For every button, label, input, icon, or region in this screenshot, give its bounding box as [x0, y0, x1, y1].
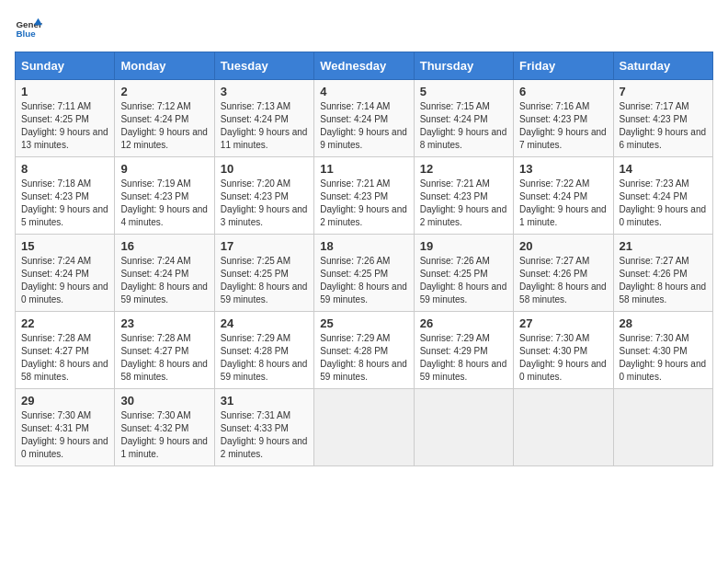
day-info: Sunrise: 7:21 AM Sunset: 4:23 PM Dayligh… — [320, 178, 407, 229]
svg-text:Blue: Blue — [17, 29, 37, 39]
day-number: 22 — [21, 316, 108, 330]
calendar-cell: 19 Sunrise: 7:26 AM Sunset: 4:25 PM Dayl… — [414, 235, 513, 312]
day-info: Sunrise: 7:17 AM Sunset: 4:23 PM Dayligh… — [620, 100, 707, 152]
day-info: Sunrise: 7:21 AM Sunset: 4:23 PM Dayligh… — [420, 178, 507, 229]
calendar-cell: 11 Sunrise: 7:21 AM Sunset: 4:23 PM Dayl… — [314, 157, 414, 235]
logo-icon: General Blue — [15, 15, 42, 42]
day-info: Sunrise: 7:26 AM Sunset: 4:25 PM Dayligh… — [320, 255, 407, 306]
page-header: General Blue — [15, 15, 713, 42]
calendar-cell: 4 Sunrise: 7:14 AM Sunset: 4:24 PM Dayli… — [314, 80, 414, 157]
day-of-week-header: Wednesday — [314, 52, 414, 80]
day-number: 11 — [320, 162, 407, 176]
day-info: Sunrise: 7:23 AM Sunset: 4:24 PM Dayligh… — [620, 178, 707, 229]
day-info: Sunrise: 7:19 AM Sunset: 4:23 PM Dayligh… — [120, 178, 208, 229]
day-of-week-header: Thursday — [414, 52, 513, 80]
calendar-table: SundayMondayTuesdayWednesdayThursdayFrid… — [15, 52, 713, 466]
day-number: 27 — [519, 316, 607, 330]
day-info: Sunrise: 7:30 AM Sunset: 4:31 PM Dayligh… — [21, 409, 108, 461]
day-number: 28 — [620, 316, 707, 330]
day-number: 4 — [320, 85, 407, 98]
empty-cell — [314, 389, 414, 466]
calendar-cell: 28 Sunrise: 7:30 AM Sunset: 4:30 PM Dayl… — [613, 312, 712, 389]
day-number: 19 — [420, 239, 507, 253]
calendar-cell: 14 Sunrise: 7:23 AM Sunset: 4:24 PM Dayl… — [613, 157, 712, 235]
day-number: 13 — [519, 162, 607, 176]
day-number: 30 — [120, 394, 208, 408]
day-of-week-header: Friday — [514, 52, 613, 80]
calendar-cell: 9 Sunrise: 7:19 AM Sunset: 4:23 PM Dayli… — [115, 157, 214, 235]
day-number: 26 — [420, 316, 507, 330]
day-info: Sunrise: 7:22 AM Sunset: 4:24 PM Dayligh… — [519, 178, 607, 229]
calendar-cell: 27 Sunrise: 7:30 AM Sunset: 4:30 PM Dayl… — [514, 312, 613, 389]
day-info: Sunrise: 7:27 AM Sunset: 4:26 PM Dayligh… — [519, 255, 607, 306]
empty-cell — [514, 389, 613, 466]
day-info: Sunrise: 7:29 AM Sunset: 4:29 PM Dayligh… — [420, 332, 507, 384]
calendar-cell: 29 Sunrise: 7:30 AM Sunset: 4:31 PM Dayl… — [16, 389, 115, 466]
day-number: 3 — [221, 85, 308, 98]
calendar-cell: 12 Sunrise: 7:21 AM Sunset: 4:23 PM Dayl… — [414, 157, 513, 235]
day-info: Sunrise: 7:30 AM Sunset: 4:32 PM Dayligh… — [120, 409, 208, 461]
calendar-cell: 31 Sunrise: 7:31 AM Sunset: 4:33 PM Dayl… — [214, 389, 313, 466]
day-number: 2 — [120, 85, 208, 98]
day-of-week-header: Monday — [115, 52, 214, 80]
day-of-week-header: Saturday — [613, 52, 712, 80]
calendar-cell: 7 Sunrise: 7:17 AM Sunset: 4:23 PM Dayli… — [613, 80, 712, 157]
day-info: Sunrise: 7:15 AM Sunset: 4:24 PM Dayligh… — [420, 100, 507, 152]
day-number: 8 — [21, 162, 108, 176]
day-number: 1 — [21, 85, 108, 98]
calendar-cell: 26 Sunrise: 7:29 AM Sunset: 4:29 PM Dayl… — [414, 312, 513, 389]
day-info: Sunrise: 7:13 AM Sunset: 4:24 PM Dayligh… — [221, 100, 308, 152]
day-number: 15 — [21, 239, 108, 253]
day-info: Sunrise: 7:29 AM Sunset: 4:28 PM Dayligh… — [320, 332, 407, 384]
day-number: 29 — [21, 394, 108, 408]
day-info: Sunrise: 7:28 AM Sunset: 4:27 PM Dayligh… — [21, 332, 108, 384]
day-number: 21 — [620, 239, 707, 253]
calendar-cell: 24 Sunrise: 7:29 AM Sunset: 4:28 PM Dayl… — [214, 312, 313, 389]
day-info: Sunrise: 7:20 AM Sunset: 4:23 PM Dayligh… — [221, 178, 308, 229]
day-info: Sunrise: 7:11 AM Sunset: 4:25 PM Dayligh… — [21, 100, 108, 152]
empty-cell — [414, 389, 513, 466]
day-number: 9 — [120, 162, 208, 176]
day-number: 31 — [221, 394, 308, 408]
calendar-cell: 21 Sunrise: 7:27 AM Sunset: 4:26 PM Dayl… — [613, 235, 712, 312]
day-info: Sunrise: 7:27 AM Sunset: 4:26 PM Dayligh… — [620, 255, 707, 306]
day-info: Sunrise: 7:24 AM Sunset: 4:24 PM Dayligh… — [120, 255, 208, 306]
day-number: 16 — [120, 239, 208, 253]
day-info: Sunrise: 7:30 AM Sunset: 4:30 PM Dayligh… — [519, 332, 607, 384]
day-number: 10 — [221, 162, 308, 176]
day-number: 23 — [120, 316, 208, 330]
day-number: 14 — [620, 162, 707, 176]
day-info: Sunrise: 7:29 AM Sunset: 4:28 PM Dayligh… — [221, 332, 308, 384]
calendar-cell: 3 Sunrise: 7:13 AM Sunset: 4:24 PM Dayli… — [214, 80, 313, 157]
empty-cell — [613, 389, 712, 466]
day-number: 12 — [420, 162, 507, 176]
calendar-cell: 23 Sunrise: 7:28 AM Sunset: 4:27 PM Dayl… — [115, 312, 214, 389]
day-number: 17 — [221, 239, 308, 253]
calendar-cell: 22 Sunrise: 7:28 AM Sunset: 4:27 PM Dayl… — [16, 312, 115, 389]
logo: General Blue — [15, 15, 42, 42]
day-of-week-header: Sunday — [16, 52, 115, 80]
day-info: Sunrise: 7:16 AM Sunset: 4:23 PM Dayligh… — [519, 100, 607, 152]
day-info: Sunrise: 7:25 AM Sunset: 4:25 PM Dayligh… — [221, 255, 308, 306]
day-info: Sunrise: 7:28 AM Sunset: 4:27 PM Dayligh… — [120, 332, 208, 384]
day-number: 5 — [420, 85, 507, 98]
day-number: 20 — [519, 239, 607, 253]
day-number: 24 — [221, 316, 308, 330]
calendar-cell: 8 Sunrise: 7:18 AM Sunset: 4:23 PM Dayli… — [16, 157, 115, 235]
day-info: Sunrise: 7:30 AM Sunset: 4:30 PM Dayligh… — [620, 332, 707, 384]
calendar-cell: 6 Sunrise: 7:16 AM Sunset: 4:23 PM Dayli… — [514, 80, 613, 157]
day-info: Sunrise: 7:26 AM Sunset: 4:25 PM Dayligh… — [420, 255, 507, 306]
day-info: Sunrise: 7:24 AM Sunset: 4:24 PM Dayligh… — [21, 255, 108, 306]
calendar-cell: 17 Sunrise: 7:25 AM Sunset: 4:25 PM Dayl… — [214, 235, 313, 312]
calendar-cell: 2 Sunrise: 7:12 AM Sunset: 4:24 PM Dayli… — [115, 80, 214, 157]
calendar-cell: 15 Sunrise: 7:24 AM Sunset: 4:24 PM Dayl… — [16, 235, 115, 312]
day-info: Sunrise: 7:14 AM Sunset: 4:24 PM Dayligh… — [320, 100, 407, 152]
calendar-cell: 30 Sunrise: 7:30 AM Sunset: 4:32 PM Dayl… — [115, 389, 214, 466]
day-info: Sunrise: 7:18 AM Sunset: 4:23 PM Dayligh… — [21, 178, 108, 229]
calendar-cell: 1 Sunrise: 7:11 AM Sunset: 4:25 PM Dayli… — [16, 80, 115, 157]
day-of-week-header: Tuesday — [214, 52, 313, 80]
day-info: Sunrise: 7:31 AM Sunset: 4:33 PM Dayligh… — [221, 409, 308, 461]
day-number: 18 — [320, 239, 407, 253]
day-number: 7 — [620, 85, 707, 98]
calendar-cell: 18 Sunrise: 7:26 AM Sunset: 4:25 PM Dayl… — [314, 235, 414, 312]
